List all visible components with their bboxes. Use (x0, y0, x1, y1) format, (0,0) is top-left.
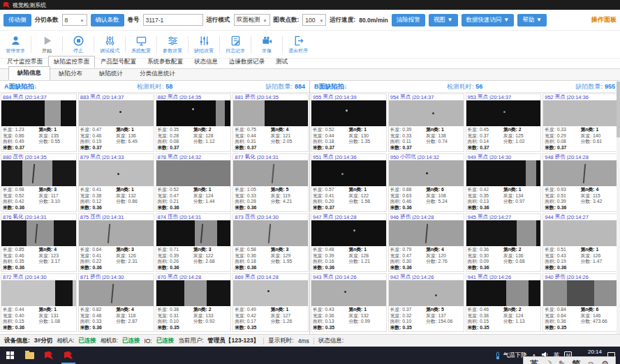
app-button[interactable] (39, 347, 59, 364)
camera-action-button[interactable]: 录像 (253, 35, 281, 54)
settings-gear-icon[interactable]: ⚙ (601, 359, 609, 364)
run-mode-select[interactable]: 双面检测 (234, 14, 270, 26)
defect-image[interactable] (79, 280, 154, 306)
defect-cell[interactable]: 875 压伤 |20:14:31 长度: 0.64 宽度: 0.41 面积: 0… (78, 213, 154, 272)
defect-image[interactable] (311, 160, 386, 186)
log-action-button[interactable]: 日志记录 (221, 35, 249, 54)
defect-cell[interactable]: 883 黑点 |20:14:37 长度: 0.47 宽度: 0.46 面积: 0… (78, 93, 154, 152)
defect-cell[interactable]: 946 挤伤 |20:14:28 长度: 0.79 宽度: 0.47 面积: 0… (388, 213, 464, 272)
defect-image[interactable] (389, 280, 464, 306)
defect-image[interactable] (79, 160, 154, 186)
inspection-app-button[interactable] (59, 347, 78, 364)
main-tab-2[interactable]: 产品型号配置 (95, 56, 142, 68)
side-button[interactable]: 传动侧 (3, 14, 31, 26)
sliders-action-button[interactable]: 参数设置 (158, 35, 186, 54)
defect-cell[interactable]: 950 小凹坑 |20:14:32 长度: 0.88 宽度: 0.63 面积: … (388, 153, 464, 212)
clear-alarm-button[interactable]: 清除报警 (392, 14, 425, 26)
defect-image[interactable] (233, 220, 308, 246)
defect-image[interactable] (1, 280, 76, 306)
defect-image[interactable] (156, 160, 231, 186)
defect-image[interactable] (543, 160, 618, 186)
handwriting-icon[interactable]: ✎ (559, 359, 566, 364)
defect-cell[interactable]: 942 黑点 |20:14:26 长度: 0.37 宽度: 0.32 面积: 0… (388, 273, 464, 332)
defect-image[interactable] (79, 100, 154, 126)
defect-image[interactable] (233, 100, 308, 126)
defect-cell[interactable]: 874 压伤 |20:14:31 长度: 0.71 宽度: 0.39 面积: 0… (156, 213, 232, 272)
defect-image[interactable] (466, 100, 541, 126)
defect-cell[interactable]: 872 黑点 |20:14:30 长度: 0.44 宽度: 0.40 面积: 0… (1, 273, 77, 332)
night-mode-icon[interactable]: ☽ (545, 359, 552, 364)
defect-cell[interactable]: 949 黑点 |20:14:30 长度: 0.42 宽度: 0.35 面积: 0… (466, 153, 542, 212)
emoji-icon[interactable]: ☺ (586, 359, 595, 364)
defect-image[interactable] (1, 220, 76, 246)
defect-cell[interactable]: 947 黑点 |20:14:28 长度: 0.48 宽度: 0.39 面积: 0… (311, 213, 387, 272)
defect-image[interactable] (1, 160, 76, 186)
defect-cell[interactable]: 945 黑点 |20:14:27 长度: 0.36 宽度: 0.30 面积: 0… (466, 213, 542, 272)
sub-tab-2[interactable]: 缺陷统计 (91, 68, 131, 80)
sub-tab-1[interactable]: 缺陷分布 (50, 68, 91, 80)
defect-image[interactable] (543, 220, 618, 246)
defect-cell[interactable]: 948 挤伤 |20:14:28 长度: 0.93 宽度: 0.51 面积: 0… (542, 153, 619, 212)
play-action-button[interactable]: 开始 (33, 35, 61, 54)
defect-image[interactable] (1, 100, 76, 126)
sub-tab-0[interactable]: 缺陷信息 (8, 66, 50, 80)
defect-cell[interactable]: 953 黑点 |20:14:37 长度: 0.45 宽度: 0.37 面积: 0… (466, 93, 542, 152)
defect-cell[interactable]: 940 挤伤 |20:14:26 长度: 0.84 宽度: 0.64 面积: 0… (542, 273, 619, 332)
confirm-count-button[interactable]: 确认条数 (91, 14, 124, 26)
defect-cell[interactable]: 873 压伤 |20:14:30 长度: 0.58 宽度: 0.36 面积: 0… (232, 213, 309, 272)
defect-image[interactable] (233, 160, 308, 186)
defect-image[interactable] (389, 220, 464, 246)
slit-count-select[interactable]: 8 (62, 14, 87, 26)
defect-cell[interactable]: 877 氧化 |20:14:31 长度: 1.05 宽度: 0.33 面积: 0… (232, 153, 309, 212)
defect-image[interactable] (543, 100, 618, 126)
defect-image[interactable] (79, 220, 154, 246)
defect-image[interactable] (311, 220, 386, 246)
simplified-toggle[interactable]: 简 (572, 358, 580, 364)
defect-cell[interactable]: 876 氧化 |20:14:31 长度: 0.85 宽度: 0.46 面积: 0… (1, 213, 77, 272)
defect-image[interactable] (543, 280, 618, 306)
filters-action-button[interactable]: 缺陷设置 (190, 35, 218, 54)
start-button[interactable] (0, 347, 20, 364)
defect-cell[interactable]: 943 黑点 |20:14:26 长度: 0.43 宽度: 0.36 面积: 0… (311, 273, 387, 332)
defect-cell[interactable]: 869 黑点 |20:14:28 长度: 0.49 宽度: 0.42 面积: 0… (232, 273, 309, 332)
defect-image[interactable] (466, 220, 541, 246)
defect-image[interactable] (311, 280, 386, 306)
defect-image[interactable] (389, 100, 464, 126)
defect-cell[interactable]: 941 黑点 |20:14:26 长度: 0.46 宽度: 0.38 面积: 0… (466, 273, 542, 332)
help-menu-button[interactable]: 帮助 ▼ (517, 14, 547, 26)
defect-cell[interactable]: 952 黑点 |20:14:36 长度: 0.33 宽度: 0.29 面积: 0… (542, 93, 619, 152)
defect-image[interactable] (311, 100, 386, 126)
defect-cell[interactable]: 944 黑点 |20:14:27 长度: 0.51 宽度: 0.43 面积: 0… (542, 213, 619, 272)
defect-cell[interactable]: 881 挤伤 |20:14:35 长度: 0.75 宽度: 0.44 面积: 0… (232, 93, 309, 152)
defect-image[interactable] (466, 160, 541, 186)
ime-toolbar[interactable]: 英☽✎简☺⚙ (523, 356, 616, 364)
defect-cell[interactable]: 954 黑点 |20:14:37 长度: 0.39 宽度: 0.33 面积: 0… (388, 93, 464, 152)
defect-image[interactable] (233, 280, 308, 306)
exit-action-button[interactable]: 退出程序 (284, 35, 312, 54)
main-tab-4[interactable]: 状态信息 (189, 56, 223, 68)
file-explorer-button[interactable] (20, 347, 39, 364)
scrollbar-thumb[interactable] (617, 82, 620, 137)
sub-tab-3[interactable]: 分类信息统计 (131, 68, 184, 80)
view-menu-button[interactable]: 视图 ▼ (429, 14, 458, 26)
main-tab-1[interactable]: 缺陷监控界面 (48, 56, 95, 68)
tune-action-button[interactable]: 调试模式 (96, 35, 124, 54)
quick-access-menu-button[interactable]: 数据快速访问 ▼ (462, 14, 515, 26)
weather-widget[interactable]: 气温下降 (494, 351, 527, 360)
defect-image[interactable] (156, 220, 231, 246)
defect-cell[interactable]: 955 黑点 |20:14:39 长度: 0.52 宽度: 0.44 面积: 0… (311, 93, 387, 152)
main-tab-6[interactable]: 测试 (270, 56, 293, 68)
lang-mode-toggle[interactable]: 英 (530, 358, 538, 364)
defect-cell[interactable]: 870 黑点 |20:14:28 长度: 0.38 宽度: 0.31 面积: 0… (156, 273, 232, 332)
main-tab-5[interactable]: 边缘数据记录 (223, 56, 270, 68)
main-tab-3[interactable]: 系统参数配置 (142, 56, 189, 68)
defect-cell[interactable]: 879 黑点 |20:14:33 长度: 0.41 宽度: 0.38 面积: 0… (78, 153, 154, 212)
monitor-action-button[interactable]: 系统配置 (127, 35, 155, 54)
defect-cell[interactable]: 880 压伤 |20:14:35 长度: 0.98 宽度: 0.52 面积: 0… (1, 153, 77, 212)
chart-points-select[interactable]: 100 (302, 14, 326, 26)
defect-image[interactable] (389, 160, 464, 186)
stop-action-button[interactable]: 停止 (64, 35, 92, 54)
operation-panel-link[interactable]: 操作面板 (591, 15, 617, 24)
user-action-button[interactable]: 管理登录 (1, 35, 29, 54)
defect-cell[interactable]: 884 黑点 |20:14:37 长度: 1.23 宽度: 0.86 面积: 0… (1, 93, 77, 152)
